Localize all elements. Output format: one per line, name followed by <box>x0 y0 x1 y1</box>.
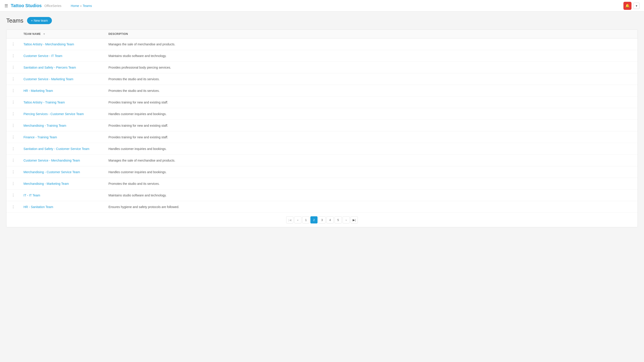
row-menu-button[interactable]: ⋮ <box>10 99 16 105</box>
pagination-prev[interactable]: ‹ <box>294 216 302 223</box>
table-row: ⋮Piercing Services - Customer Service Te… <box>6 108 638 120</box>
hamburger-icon[interactable]: ☰ <box>4 3 8 8</box>
team-name-link[interactable]: Merchandising - Training Team <box>24 124 66 127</box>
table-row: ⋮HR - Marketing TeamPromotes the studio … <box>6 85 638 96</box>
row-menu-cell: ⋮ <box>6 143 20 155</box>
team-name-link[interactable]: Customer Service - IT Team <box>24 54 62 58</box>
table-row: ⋮Merchandising - Training TeamProvides t… <box>6 120 638 131</box>
team-name-link[interactable]: Tattoo Artistry - Merchandising Team <box>24 42 74 46</box>
row-team-name-cell: Customer Service - Marketing Team <box>20 73 105 85</box>
team-name-link[interactable]: Tattoo Artistry - Training Team <box>24 100 65 104</box>
table-row: ⋮Tattoo Artistry - Merchandising TeamMan… <box>6 38 638 50</box>
row-description-cell: Maintains studio software and technology… <box>105 50 638 62</box>
header-right: 🔔 ▾ <box>624 2 640 10</box>
row-team-name-cell: Sanitation and Safety - Customer Service… <box>20 143 105 155</box>
row-menu-button[interactable]: ⋮ <box>10 111 16 117</box>
breadcrumb-current: Teams <box>83 4 92 7</box>
row-menu-cell: ⋮ <box>6 50 20 62</box>
team-name-link[interactable]: Sanitation and Safety - Customer Service… <box>24 147 90 151</box>
row-menu-button[interactable]: ⋮ <box>10 192 16 198</box>
table-row: ⋮Customer Service - Merchandising TeamMa… <box>6 155 638 166</box>
row-description-cell: Provides training for new and existing s… <box>105 131 638 143</box>
app-header: ☰ Tattoo Studios OfficeSeries Home » Tea… <box>0 0 644 12</box>
row-menu-button[interactable]: ⋮ <box>10 146 16 152</box>
row-menu-button[interactable]: ⋮ <box>10 76 16 82</box>
table-row: ⋮Sanitation and Safety - Customer Servic… <box>6 143 638 155</box>
pagination-next[interactable]: › <box>342 216 350 223</box>
row-menu-cell: ⋮ <box>6 178 20 189</box>
filter-icon[interactable]: ▼ <box>43 33 46 35</box>
team-name-link[interactable]: IT - IT Team <box>24 194 40 197</box>
row-description-cell: Maintains studio software and technology… <box>105 189 638 201</box>
table-col-description: DESCRIPTION <box>105 30 638 38</box>
teams-table: TEAM NAME ▼ DESCRIPTION ⋮Tattoo Artistry… <box>6 30 638 213</box>
row-menu-button[interactable]: ⋮ <box>10 88 16 94</box>
teams-table-container: TEAM NAME ▼ DESCRIPTION ⋮Tattoo Artistry… <box>6 29 638 227</box>
app-subtitle: OfficeSeries <box>44 4 62 7</box>
table-row: ⋮Customer Service - Marketing TeamPromot… <box>6 73 638 85</box>
team-name-link[interactable]: Merchandising - Marketing Team <box>24 182 69 185</box>
notification-button[interactable]: 🔔 <box>624 2 632 10</box>
row-team-name-cell: Merchandising - Customer Service Team <box>20 166 105 178</box>
page-title: Teams <box>6 17 24 24</box>
team-name-link[interactable]: HR - Marketing Team <box>24 89 53 92</box>
breadcrumb-home[interactable]: Home <box>71 4 79 7</box>
row-menu-cell: ⋮ <box>6 85 20 96</box>
row-description-cell: Provides training for new and existing s… <box>105 120 638 131</box>
team-name-link[interactable]: Merchandising - Customer Service Team <box>24 170 80 174</box>
table-row: ⋮Merchandising - Customer Service TeamHa… <box>6 166 638 178</box>
page-content: Teams + New team TEAM NAME ▼ DESCRIPTION… <box>0 12 644 233</box>
user-dropdown[interactable]: ▾ <box>633 3 640 9</box>
header-left: ☰ Tattoo Studios OfficeSeries Home » Tea… <box>4 3 92 8</box>
table-row: ⋮Finance - Training TeamProvides trainin… <box>6 131 638 143</box>
page-header: Teams + New team <box>6 17 638 24</box>
row-team-name-cell: HR - Marketing Team <box>20 85 105 96</box>
row-team-name-cell: Customer Service - IT Team <box>20 50 105 62</box>
pagination-page-1[interactable]: 1 <box>302 216 310 223</box>
row-team-name-cell: Customer Service - Merchandising Team <box>20 155 105 166</box>
row-description-cell: Promotes the studio and its services. <box>105 73 638 85</box>
row-team-name-cell: Merchandising - Marketing Team <box>20 178 105 189</box>
team-name-link[interactable]: Piercing Services - Customer Service Tea… <box>24 112 84 116</box>
row-description-cell: Handles customer inquiries and bookings. <box>105 143 638 155</box>
pagination-first[interactable]: |◀ <box>286 216 294 223</box>
row-team-name-cell: IT - IT Team <box>20 189 105 201</box>
row-menu-button[interactable]: ⋮ <box>10 157 16 163</box>
row-menu-button[interactable]: ⋮ <box>10 181 16 187</box>
pagination: |◀ ‹ 1 2 3 4 5 › ▶| <box>6 213 638 227</box>
row-menu-button[interactable]: ⋮ <box>10 122 16 128</box>
pagination-page-3[interactable]: 3 <box>318 216 326 223</box>
pagination-page-5[interactable]: 5 <box>334 216 342 223</box>
row-description-cell: Manages the sale of merchandise and prod… <box>105 38 638 50</box>
team-name-link[interactable]: Finance - Training Team <box>24 135 57 139</box>
row-description-cell: Provides training for new and existing s… <box>105 96 638 108</box>
table-row: ⋮HR - Sanitation TeamEnsures hygiene and… <box>6 201 638 213</box>
team-name-link[interactable]: Customer Service - Marketing Team <box>24 77 73 81</box>
row-description-cell: Promotes the studio and its services. <box>105 178 638 189</box>
team-name-link[interactable]: Sanitation and Safety - Piercers Team <box>24 66 76 69</box>
row-menu-cell: ⋮ <box>6 155 20 166</box>
team-name-link[interactable]: Customer Service - Merchandising Team <box>24 159 80 162</box>
row-menu-button[interactable]: ⋮ <box>10 134 16 140</box>
table-row: ⋮Sanitation and Safety - Piercers TeamPr… <box>6 62 638 73</box>
row-menu-cell: ⋮ <box>6 201 20 213</box>
team-name-link[interactable]: HR - Sanitation Team <box>24 205 53 209</box>
table-col-menu <box>6 30 20 38</box>
row-team-name-cell: Tattoo Artistry - Merchandising Team <box>20 38 105 50</box>
new-team-button[interactable]: + New team <box>27 17 52 24</box>
pagination-page-2[interactable]: 2 <box>310 216 318 223</box>
row-menu-button[interactable]: ⋮ <box>10 204 16 210</box>
row-menu-cell: ⋮ <box>6 131 20 143</box>
row-team-name-cell: Tattoo Artistry - Training Team <box>20 96 105 108</box>
row-menu-button[interactable]: ⋮ <box>10 169 16 175</box>
row-menu-button[interactable]: ⋮ <box>10 53 16 59</box>
bell-icon: 🔔 <box>625 3 630 8</box>
row-description-cell: Handles customer inquiries and bookings. <box>105 108 638 120</box>
row-description-cell: Provides professional body piercing serv… <box>105 62 638 73</box>
row-menu-button[interactable]: ⋮ <box>10 41 16 47</box>
breadcrumb-separator: » <box>80 4 82 7</box>
pagination-page-4[interactable]: 4 <box>326 216 334 223</box>
row-menu-button[interactable]: ⋮ <box>10 64 16 70</box>
row-menu-cell: ⋮ <box>6 120 20 131</box>
pagination-last[interactable]: ▶| <box>350 216 358 223</box>
